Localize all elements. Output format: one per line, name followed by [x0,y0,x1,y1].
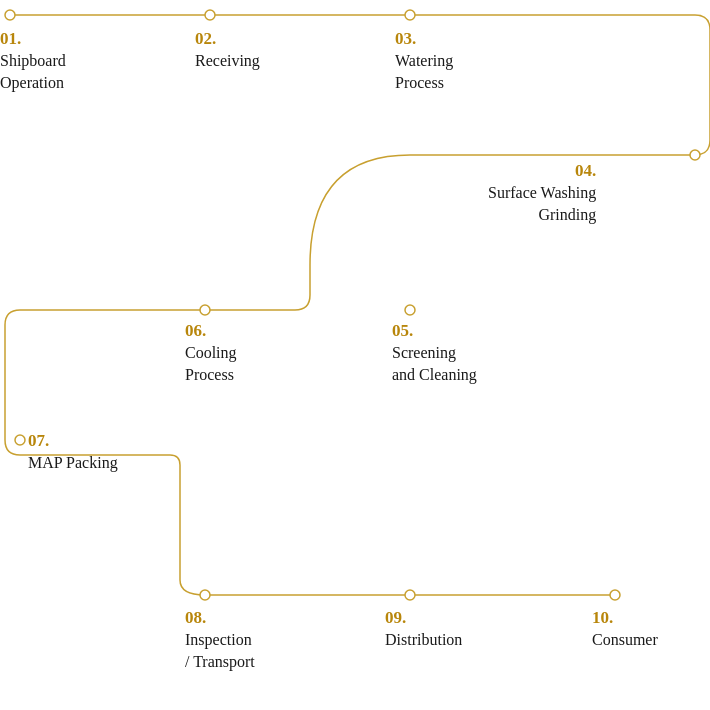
step-06: 06. CoolingProcess [185,320,237,387]
step-03: 03. WateringProcess [395,28,453,95]
step-07-number: 07. [28,430,118,452]
step-04-number: 04. [488,160,596,182]
step-08-label: Inspection/ Transport [185,629,255,674]
svg-point-2 [405,10,415,20]
svg-point-4 [405,305,415,315]
process-diagram: 01. ShipboardOperation 02. Receiving 03.… [0,0,710,710]
step-06-number: 06. [185,320,237,342]
step-05-label: Screeningand Cleaning [392,342,477,387]
step-10-label: Consumer [592,629,658,651]
step-10-number: 10. [592,607,658,629]
step-01: 01. ShipboardOperation [0,28,66,95]
step-05-number: 05. [392,320,477,342]
step-05: 05. Screeningand Cleaning [392,320,477,387]
svg-point-0 [5,10,15,20]
step-01-number: 01. [0,28,66,50]
svg-point-9 [610,590,620,600]
step-07-label: MAP Packing [28,452,118,474]
svg-point-7 [200,590,210,600]
svg-point-3 [690,150,700,160]
step-06-label: CoolingProcess [185,342,237,387]
step-04-label: Surface WashingGrinding [488,182,596,227]
step-07: 07. MAP Packing [28,430,118,474]
step-08-number: 08. [185,607,255,629]
step-09-label: Distribution [385,629,462,651]
step-02-label: Receiving [195,50,260,72]
svg-point-6 [15,435,25,445]
step-02: 02. Receiving [195,28,260,72]
svg-point-5 [200,305,210,315]
step-03-label: WateringProcess [395,50,453,95]
step-09: 09. Distribution [385,607,462,651]
svg-point-1 [205,10,215,20]
step-08: 08. Inspection/ Transport [185,607,255,674]
step-01-label: ShipboardOperation [0,50,66,95]
step-09-number: 09. [385,607,462,629]
step-03-number: 03. [395,28,453,50]
step-04: 04. Surface WashingGrinding [488,160,596,227]
svg-point-8 [405,590,415,600]
step-02-number: 02. [195,28,260,50]
step-10: 10. Consumer [592,607,658,651]
